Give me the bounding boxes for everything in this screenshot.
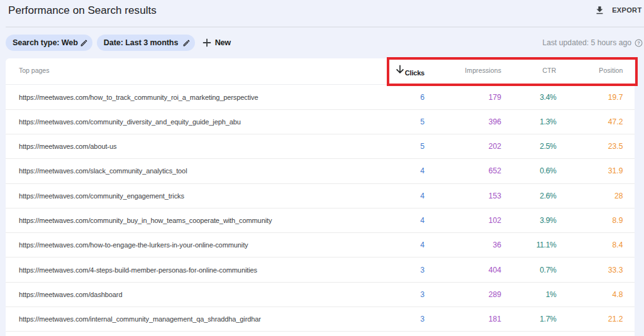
svg-text:?: ? xyxy=(637,40,640,45)
